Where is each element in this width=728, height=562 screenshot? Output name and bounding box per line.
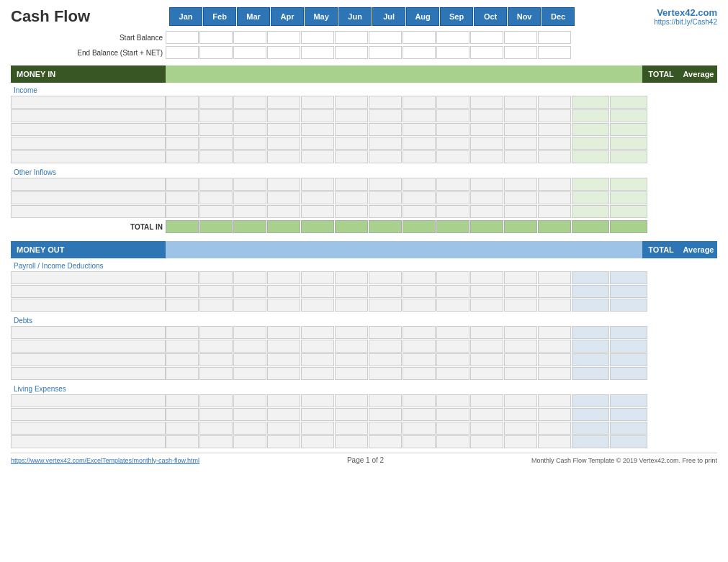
vertex-info: Vertex42.com https://bit.ly/Cash42 — [654, 7, 717, 26]
month-jul[interactable]: Jul — [372, 7, 405, 26]
inflow-row-3 — [11, 205, 717, 218]
start-bal-dec[interactable] — [538, 31, 571, 44]
living-row-3 — [11, 422, 717, 435]
money-in-label: MONEY IN — [11, 65, 166, 83]
living-subheader: Living Expenses — [11, 383, 717, 394]
end-bal-sep[interactable] — [436, 46, 469, 59]
start-bal-feb[interactable] — [199, 31, 233, 44]
living-label: Living Expenses — [11, 385, 166, 393]
start-bal-oct[interactable] — [470, 31, 503, 44]
income-row-4-label[interactable] — [11, 137, 166, 150]
money-in-total-header: TOTAL — [642, 65, 680, 83]
month-jan[interactable]: Jan — [169, 7, 202, 26]
inflow-row-2 — [11, 191, 717, 204]
end-bal-oct[interactable] — [470, 46, 503, 59]
start-balance-cells — [166, 31, 717, 44]
income-row-3-label[interactable] — [11, 123, 166, 136]
income-row-2-label[interactable] — [11, 109, 166, 122]
money-in-filler — [166, 65, 642, 83]
debt-row-3 — [11, 353, 717, 366]
vertex-link[interactable]: https://bit.ly/Cash42 — [654, 18, 717, 26]
money-out-label: MONEY OUT — [11, 241, 166, 258]
month-oct[interactable]: Oct — [474, 7, 507, 26]
debt-row-2 — [11, 340, 717, 353]
end-bal-may[interactable] — [301, 46, 334, 59]
start-bal-aug[interactable] — [403, 31, 436, 44]
month-sep[interactable]: Sep — [440, 7, 473, 26]
debts-subheader: Debts — [11, 314, 717, 326]
end-bal-dec[interactable] — [538, 46, 571, 59]
start-bal-sep[interactable] — [436, 31, 469, 44]
total-in-cells — [166, 220, 572, 233]
month-buttons: Jan Feb Mar Apr May Jun Jul Aug Sep Oct … — [169, 7, 575, 26]
footer-left-link[interactable]: https://www.vertex42.com/ExcelTemplates/… — [11, 457, 199, 464]
month-feb[interactable]: Feb — [203, 7, 236, 26]
income-row-1-label[interactable] — [11, 96, 166, 109]
end-bal-nov[interactable] — [504, 46, 537, 59]
month-mar[interactable]: Mar — [237, 7, 270, 26]
end-bal-mar[interactable] — [233, 46, 266, 59]
footer-copyright: Monthly Cash Flow Template © 2019 Vertex… — [531, 457, 717, 464]
end-bal-aug[interactable] — [403, 46, 436, 59]
start-bal-mar[interactable] — [233, 31, 266, 44]
living-row-2 — [11, 408, 717, 421]
start-bal-may[interactable] — [301, 31, 334, 44]
start-bal-jul[interactable] — [369, 31, 402, 44]
end-bal-feb[interactable] — [199, 46, 233, 59]
end-bal-apr[interactable] — [267, 46, 300, 59]
money-out-avg-header: Average — [680, 241, 717, 258]
start-balance-label: Start Balance — [11, 34, 166, 42]
money-out-total-header: TOTAL — [642, 241, 680, 258]
other-inflows-label: Other Inflows — [11, 168, 166, 176]
income-row-2 — [11, 109, 717, 122]
living-row-1 — [11, 394, 717, 407]
month-aug[interactable]: Aug — [406, 7, 439, 26]
money-out-header: MONEY OUT TOTAL Average — [11, 241, 717, 258]
income-row-4 — [11, 137, 717, 150]
start-bal-nov[interactable] — [504, 31, 537, 44]
month-jun[interactable]: Jun — [338, 7, 372, 26]
income-row-3 — [11, 123, 717, 136]
payroll-row-2 — [11, 285, 717, 298]
end-balance-label: End Balance (Start + NET) — [11, 49, 166, 57]
income-label: Income — [11, 86, 166, 94]
debt-row-4 — [11, 367, 717, 380]
month-dec[interactable]: Dec — [541, 7, 575, 26]
month-may[interactable]: May — [305, 7, 338, 26]
start-bal-jan[interactable] — [166, 31, 199, 44]
end-balance-row: End Balance (Start + NET) — [11, 45, 717, 60]
total-in-label: TOTAL IN — [11, 223, 166, 231]
end-bal-jan[interactable] — [166, 46, 199, 59]
inflow-row-1 — [11, 178, 717, 191]
debts-label: Debts — [11, 317, 166, 325]
payroll-row-1 — [11, 271, 717, 284]
income-row-5-label[interactable] — [11, 150, 166, 163]
payroll-row-3 — [11, 299, 717, 312]
payroll-label: Payroll / Income Deductions — [11, 262, 166, 270]
footer: https://www.vertex42.com/ExcelTemplates/… — [11, 453, 717, 464]
living-row-4 — [11, 435, 717, 448]
start-balance-row: Start Balance — [11, 30, 717, 45]
footer-page: Page 1 of 2 — [347, 456, 384, 464]
income-row-1-cells — [166, 96, 572, 109]
debt-row-1 — [11, 326, 717, 339]
money-out-filler — [166, 241, 642, 258]
end-bal-jun[interactable] — [335, 46, 368, 59]
money-in-header: MONEY IN TOTAL Average — [11, 65, 717, 83]
start-bal-jun[interactable] — [335, 31, 368, 44]
money-out-section: MONEY OUT TOTAL Average Payroll / Income… — [11, 241, 717, 448]
money-in-avg-header: Average — [680, 65, 717, 83]
start-bal-apr[interactable] — [267, 31, 300, 44]
end-bal-jul[interactable] — [369, 46, 402, 59]
total-in-row: TOTAL IN — [11, 219, 717, 234]
other-inflows-subheader: Other Inflows — [11, 166, 717, 178]
payroll-subheader: Payroll / Income Deductions — [11, 260, 717, 271]
income-row-1 — [11, 96, 717, 109]
end-balance-cells — [166, 46, 717, 59]
vertex-brand: Vertex42.com — [654, 7, 717, 18]
month-nov[interactable]: Nov — [508, 7, 541, 26]
income-subheader: Income — [11, 84, 717, 96]
money-in-section: MONEY IN TOTAL Average Income — [11, 65, 717, 234]
month-apr[interactable]: Apr — [271, 7, 304, 26]
page-title: Cash Flow — [11, 7, 90, 26]
